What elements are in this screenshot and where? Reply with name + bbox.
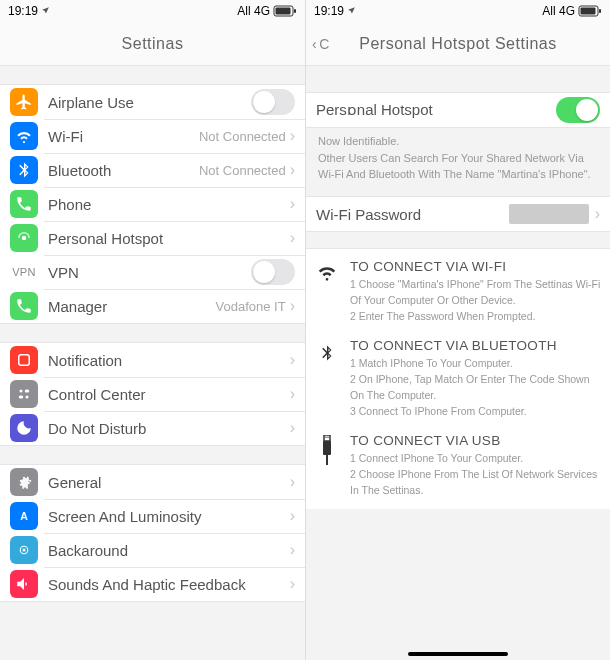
battery-icon [273, 5, 297, 17]
phone-icon [10, 190, 38, 218]
vpn-icon: VPN [10, 266, 38, 278]
svg-point-8 [26, 396, 29, 399]
nav-title: ‹ C Personal Hotspot Settinas [306, 22, 610, 66]
chevron-right-icon: › [290, 385, 295, 403]
svg-rect-6 [25, 390, 30, 393]
status-bar: 19:19 All 4G [0, 0, 305, 22]
vpn-toggle[interactable] [251, 259, 295, 285]
row-phone[interactable]: Phone › [0, 187, 305, 221]
svg-rect-13 [581, 8, 596, 15]
notification-icon [10, 346, 38, 374]
svg-point-11 [23, 549, 26, 552]
row-dnd[interactable]: Do Not Disturb › [0, 411, 305, 445]
chevron-right-icon: › [290, 161, 295, 179]
chevron-right-icon: › [290, 229, 295, 247]
chevron-right-icon: › [290, 419, 295, 437]
svg-rect-1 [276, 8, 291, 15]
usb-icon [314, 433, 340, 465]
status-network: All 4G [237, 4, 270, 18]
chevron-right-icon: › [290, 575, 295, 593]
chevron-right-icon: › [290, 127, 295, 145]
bluetooth-icon [10, 156, 38, 184]
svg-rect-15 [324, 435, 330, 441]
bluetooth-icon [314, 338, 340, 366]
settings-list[interactable]: Airplane Use Wi-Fi Not Connected › Bluet… [0, 66, 305, 660]
row-wifi-password[interactable]: Wi-Fi Password › [306, 197, 610, 231]
chevron-right-icon: › [290, 297, 295, 315]
row-bluetooth[interactable]: Bluetooth Not Connected › [0, 153, 305, 187]
status-time: 19:19 [314, 4, 344, 18]
svg-point-5 [20, 390, 23, 393]
row-screen[interactable]: A Screen And Luminosity › [0, 499, 305, 533]
general-icon [10, 468, 38, 496]
status-bar: 19:19 All 4G [306, 0, 610, 22]
svg-rect-17 [328, 437, 329, 439]
svg-rect-2 [294, 9, 296, 13]
manager-icon [10, 292, 38, 320]
wifi-icon [314, 259, 340, 283]
chevron-right-icon: › [290, 195, 295, 213]
connection-instructions: TO CONNECT VIA WI-FI 1 Choose "Martina's… [306, 248, 610, 509]
back-button[interactable]: ‹ C [312, 36, 330, 52]
row-hotspot[interactable]: Personal Hotspot › [0, 221, 305, 255]
location-icon [347, 4, 356, 18]
row-sounds[interactable]: Sounds And Haptic Feedback › [0, 567, 305, 601]
svg-rect-4 [19, 355, 30, 366]
hotspot-icon [10, 224, 38, 252]
row-airplane[interactable]: Airplane Use [0, 85, 305, 119]
airplane-toggle[interactable] [251, 89, 295, 115]
wifi-password-value [509, 204, 589, 224]
display-icon: A [10, 502, 38, 530]
hotspot-help-text: Now Identifiable. Other Users Can Search… [306, 128, 610, 192]
nav-title: Settinas [0, 22, 305, 66]
row-manager[interactable]: Manager Vodafone IT › [0, 289, 305, 323]
sounds-icon [10, 570, 38, 598]
row-general[interactable]: General › [0, 465, 305, 499]
row-control-center[interactable]: Control Center › [0, 377, 305, 411]
wifi-icon [10, 122, 38, 150]
chevron-right-icon: › [290, 507, 295, 525]
row-background[interactable]: Backaround › [0, 533, 305, 567]
svg-rect-18 [323, 441, 331, 455]
svg-point-3 [22, 236, 27, 241]
settings-pane: 19:19 All 4G Settinas Airplane Use Wi-Fi… [0, 0, 305, 660]
svg-rect-7 [19, 396, 24, 399]
battery-icon [578, 5, 602, 17]
status-network: All 4G [542, 4, 575, 18]
chevron-right-icon: › [290, 351, 295, 369]
svg-rect-14 [599, 9, 601, 13]
chevron-right-icon: › [595, 205, 600, 223]
row-notification[interactable]: Notification › [0, 343, 305, 377]
status-time: 19:19 [8, 4, 38, 18]
chevron-right-icon: › [290, 473, 295, 491]
airplane-icon [10, 88, 38, 116]
row-personal-hotspot-toggle[interactable]: Persɒnal Hotspot [306, 93, 610, 127]
chevron-right-icon: › [290, 541, 295, 559]
svg-rect-16 [326, 437, 327, 439]
row-vpn[interactable]: VPN VPN [0, 255, 305, 289]
home-indicator[interactable] [408, 652, 508, 656]
hotspot-toggle[interactable] [556, 97, 600, 123]
background-icon [10, 536, 38, 564]
hotspot-pane: 19:19 All 4G ‹ C Personal Hotspot Settin… [305, 0, 610, 660]
chevron-left-icon: ‹ [312, 36, 317, 52]
dnd-icon [10, 414, 38, 442]
row-wifi[interactable]: Wi-Fi Not Connected › [0, 119, 305, 153]
control-center-icon [10, 380, 38, 408]
svg-text:A: A [20, 510, 28, 522]
location-icon [41, 4, 50, 18]
